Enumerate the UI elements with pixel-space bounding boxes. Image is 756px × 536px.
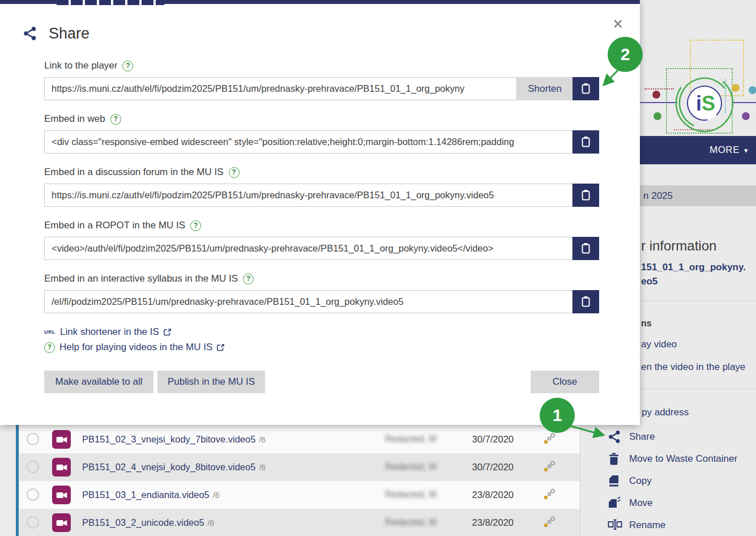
row-radio[interactable] (27, 516, 39, 529)
link-shortener-link[interactable]: URL Link shortener in the IS (44, 326, 171, 338)
link-text: Link shortener in the IS (60, 326, 159, 338)
share-dialog: Share ✕ Link to the player ? Shorten Emb… (0, 0, 640, 425)
screen: iS MORE ▾ n 2025 r information 151_01_1_… (0, 0, 756, 536)
menu-item-move-to-waste[interactable]: Move to Waste Container (580, 451, 756, 468)
logo-letter-i: i (696, 92, 702, 115)
table-row[interactable]: PB151_03_1_endianita.video5/6 Redacted, … (19, 481, 580, 509)
circuit-dotted (644, 88, 674, 90)
help-icon[interactable]: ? (229, 167, 240, 178)
more-label: MORE (710, 144, 740, 156)
is-logo: iS (673, 72, 736, 134)
menu-item-label: Share (629, 431, 655, 443)
file-name-link[interactable]: PB151_02_3_vnejsi_kody_7bitove.video5/6 (82, 434, 266, 445)
toolbar-remnant-icons (57, 0, 164, 5)
label-text: Link to the player (44, 60, 117, 71)
open-in-player-link[interactable]: en the video in the playe (641, 361, 745, 373)
field-label-ropot: Embed in a ROPOT in the MU IS ? (44, 219, 201, 232)
help-icon[interactable]: ? (243, 274, 254, 284)
menu-item-copy[interactable]: Copy (580, 473, 756, 490)
circuit-node (654, 112, 661, 120)
info-file-name-wrap: eo5 (641, 276, 657, 287)
row-radio[interactable] (27, 488, 39, 501)
close-icon[interactable]: ✕ (610, 15, 625, 34)
svg-text:iS: iS (696, 92, 715, 115)
copy-button[interactable] (573, 77, 599, 100)
file-name-link[interactable]: PB151_03_1_endianita.video5/6 (82, 490, 219, 500)
label-text: Embed in an interactive syllabus in the … (44, 273, 238, 284)
term-label: n 2025 (643, 190, 673, 202)
operations-title: ns (641, 318, 652, 329)
versions-icon[interactable] (543, 433, 556, 448)
menu-item-label: Rename (629, 520, 665, 531)
label-text: Embed in a discussion forum in the MU IS (44, 167, 224, 178)
file-author-blurred: Redacted, M (385, 434, 437, 444)
more-menu-bar[interactable]: MORE ▾ (640, 136, 756, 164)
trash-icon (608, 452, 620, 468)
player-link-input[interactable] (44, 77, 517, 100)
embed-web-input[interactable] (44, 130, 573, 154)
help-icon: ? (44, 342, 55, 353)
shorten-button[interactable]: Shorten (517, 77, 573, 100)
circuit-node (749, 86, 756, 94)
external-link-icon (217, 344, 224, 351)
divider (640, 389, 756, 389)
file-date: 23/8/2020 (442, 517, 514, 528)
file-author-blurred: Redacted, M (385, 517, 437, 528)
file-name: PB151_03_2_unicode.video5 (82, 517, 204, 528)
divider (640, 301, 756, 301)
make-available-button[interactable]: Make available to all (44, 371, 153, 393)
term-bar: n 2025 (640, 185, 756, 206)
embed-ropot-input[interactable] (44, 237, 573, 260)
label-text: Embed in a ROPOT in the MU IS (44, 220, 185, 231)
label-text: Embed in web (44, 113, 105, 125)
embed-forum-input[interactable] (44, 184, 573, 207)
external-link-icon (164, 329, 171, 336)
versions-icon[interactable] (543, 516, 556, 531)
file-author-blurred: Redacted, M (385, 490, 437, 500)
info-file-name: 151_01_1_org_pokyny. (641, 262, 746, 273)
help-icon[interactable]: ? (122, 61, 133, 71)
help-playing-videos-link[interactable]: ? Help for playing videos in the MU IS (44, 341, 224, 354)
close-button[interactable]: Close (531, 371, 599, 393)
share-icon (23, 25, 37, 44)
chevron-down-icon: ▾ (744, 146, 748, 155)
video-file-icon (52, 486, 71, 504)
table-row[interactable]: PB151_02_4_vnejsi_kody_8bitove.video5/6 … (19, 453, 580, 481)
file-suffix: /6 (259, 463, 266, 472)
file-list: PB151_02_3_vnejsi_kody_7bitove.video5/6 … (0, 425, 580, 536)
versions-icon[interactable] (543, 461, 556, 475)
row-radio[interactable] (27, 461, 39, 473)
menu-item-share[interactable]: Share (580, 429, 756, 446)
copy-button[interactable] (573, 130, 599, 154)
link-text: Help for playing videos in the MU IS (59, 342, 212, 353)
table-row[interactable]: PB151_02_3_vnejsi_kody_7bitove.video5/6 … (19, 426, 580, 453)
copy-button[interactable] (573, 237, 599, 260)
help-icon[interactable]: ? (110, 114, 121, 125)
file-date: 30/7/2020 (442, 434, 514, 445)
menu-item-label: Copy (629, 475, 652, 487)
menu-item-copy-address[interactable]: py address (642, 407, 689, 418)
copy-icon (608, 474, 620, 490)
file-name-link[interactable]: PB151_02_4_vnejsi_kody_8bitove.video5/6 (82, 462, 266, 473)
menu-item-move[interactable]: Move (580, 495, 756, 512)
copy-button[interactable] (573, 290, 599, 313)
copy-button[interactable] (573, 184, 599, 207)
publish-button[interactable]: Publish in the MU IS (157, 371, 265, 393)
field-label-syllabus: Embed in an interactive syllabus in the … (44, 272, 254, 286)
menu-item-rename[interactable]: Rename (580, 517, 756, 534)
annotation-badge-1: 1 (540, 398, 575, 433)
play-video-link[interactable]: ay video (641, 339, 677, 350)
file-author-blurred: Redacted, M (385, 462, 437, 472)
circuit-node (742, 112, 750, 120)
help-icon[interactable]: ? (190, 220, 201, 231)
info-section-title: r information (641, 238, 716, 254)
page-title: Share (49, 25, 89, 42)
file-name-link[interactable]: PB151_03_2_unicode.video5/6 (82, 517, 214, 528)
versions-icon[interactable] (543, 488, 556, 503)
row-radio[interactable] (27, 433, 39, 445)
table-row[interactable]: PB151_03_2_unicode.video5/6 Redacted, M … (19, 509, 580, 536)
field-label-forum: Embed in a discussion forum in the MU IS… (44, 165, 240, 179)
embed-syllabus-input[interactable] (44, 290, 573, 313)
file-suffix: /6 (259, 435, 266, 444)
file-date: 30/7/2020 (442, 462, 514, 473)
